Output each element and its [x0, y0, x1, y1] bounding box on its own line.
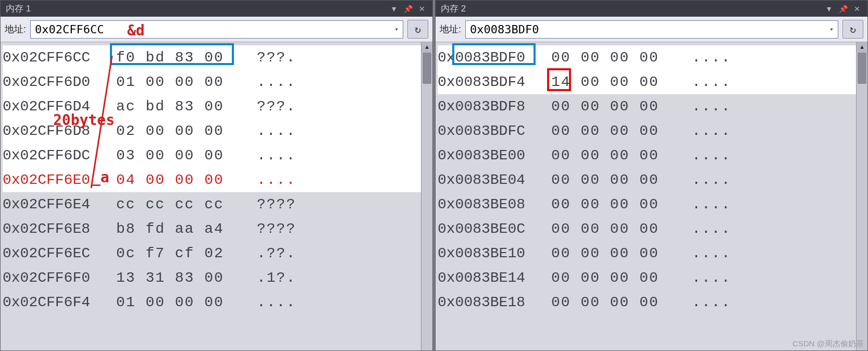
memory-row: 0x0083BE0800 00 00 00....: [438, 192, 856, 217]
addr-cell: 0x02CFF6CC: [3, 45, 107, 70]
memory-row: 0x0083BDFC00 00 00 00....: [438, 119, 856, 143]
ascii-cell: ????: [242, 192, 296, 217]
address-input[interactable]: [466, 21, 825, 38]
address-input-wrap: ▾: [30, 20, 403, 39]
address-bar: 地址: ▾ ↻: [436, 17, 867, 42]
memory-row: 0x0083BDF414 00 00 00....: [438, 70, 856, 94]
addr-cell: 0x0083BE08: [438, 192, 542, 217]
memory-panel-1: 内存 1 ▼ 📌 ✕ 地址: ▾ ↻ 0x02CFF6CCf0 bd 83 00…: [0, 0, 433, 351]
watermark: CSDN @周杰偷奶茶: [792, 339, 864, 349]
hex-cell: 02 00 00 00: [107, 119, 242, 143]
memory-row: 0x0083BE0C00 00 00 00....: [438, 217, 856, 241]
panel-title: 内存 2: [441, 3, 466, 15]
hex-cell: 03 00 00 00: [107, 143, 242, 168]
ascii-cell: ????: [242, 217, 296, 241]
memory-content: 0x02CFF6CCf0 bd 83 00???.0x02CFF6D001 00…: [1, 42, 421, 350]
hex-cell: 00 00 00 00: [542, 217, 677, 241]
hex-cell: 00 00 00 00: [542, 290, 677, 315]
ascii-cell: ....: [242, 168, 296, 192]
dropdown-icon[interactable]: ▼: [823, 5, 835, 13]
addr-cell: 0x0083BDFC: [438, 119, 542, 143]
close-icon[interactable]: ✕: [417, 5, 427, 13]
memory-row: 0x0083BE0000 00 00 00....: [438, 143, 856, 168]
hex-cell: cc cc cc cc: [107, 192, 242, 217]
hex-cell: f0 bd 83 00: [107, 45, 242, 70]
memory-row: 0x02CFF6F013 31 83 00.1?.: [3, 266, 421, 290]
ascii-cell: ....: [677, 192, 731, 217]
scrollbar[interactable]: ▲: [856, 42, 867, 350]
ascii-cell: .??.: [242, 241, 296, 266]
pin-icon[interactable]: 📌: [402, 5, 415, 13]
hex-cell: 00 00 00 00: [542, 266, 677, 290]
memory-row: 0x02CFF6DC03 00 00 00....: [3, 143, 421, 168]
hex-cell: 0c f7 cf 02: [107, 241, 242, 266]
ascii-cell: ....: [677, 290, 731, 315]
address-label: 地址:: [440, 23, 461, 35]
scrollbar[interactable]: ▲: [421, 42, 432, 350]
memory-row: 0x02CFF6E004 00 00 00....: [3, 168, 421, 192]
ascii-cell: ....: [242, 143, 296, 168]
addr-cell: 0x0083BE14: [438, 266, 542, 290]
ascii-cell: ....: [677, 143, 731, 168]
ascii-cell: .1?.: [242, 266, 296, 290]
refresh-button[interactable]: ↻: [842, 20, 863, 39]
titlebar: 内存 2 ▼ 📌 ✕: [436, 1, 867, 17]
address-label: 地址:: [5, 23, 26, 35]
ascii-cell: ....: [677, 217, 731, 241]
pin-icon[interactable]: 📌: [837, 5, 850, 13]
titlebar: 内存 1 ▼ 📌 ✕: [1, 1, 432, 17]
addr-cell: 0x02CFF6E0: [3, 168, 107, 192]
address-dropdown-icon[interactable]: ▾: [825, 26, 838, 33]
hex-cell: 00 00 00 00: [542, 192, 677, 217]
hex-cell: 00 00 00 00: [542, 241, 677, 266]
ascii-cell: ....: [242, 70, 296, 94]
ascii-cell: ....: [677, 241, 731, 266]
memory-row: 0x02CFF6CCf0 bd 83 00???.: [3, 45, 421, 70]
address-dropdown-icon[interactable]: ▾: [390, 26, 403, 33]
address-input-wrap: ▾: [465, 20, 838, 39]
scroll-thumb[interactable]: [858, 53, 866, 84]
address-input[interactable]: [31, 21, 390, 38]
addr-cell: 0x0083BDF0: [438, 45, 542, 70]
refresh-button[interactable]: ↻: [407, 20, 428, 39]
memory-row: 0x02CFF6D001 00 00 00....: [3, 70, 421, 94]
ascii-cell: ???.: [242, 94, 296, 119]
ascii-cell: ....: [242, 290, 296, 315]
hex-cell: 00 00 00 00: [542, 45, 677, 70]
addr-cell: 0x0083BE04: [438, 168, 542, 192]
memory-content: 0x0083BDF000 00 00 00....0x0083BDF414 00…: [436, 42, 856, 350]
hex-cell: ac bd 83 00: [107, 94, 242, 119]
addr-cell: 0x0083BE10: [438, 241, 542, 266]
addr-cell: 0x02CFF6EC: [3, 241, 107, 266]
memory-row: 0x02CFF6D802 00 00 00....: [3, 119, 421, 143]
scroll-up-icon[interactable]: ▲: [421, 42, 432, 53]
scroll-up-icon[interactable]: ▲: [857, 42, 867, 53]
hex-cell: 01 00 00 00: [107, 70, 242, 94]
hex-cell: 01 00 00 00: [107, 290, 242, 315]
memory-row: 0x0083BE1800 00 00 00....: [438, 290, 856, 315]
addr-cell: 0x0083BE00: [438, 143, 542, 168]
addr-cell: 0x02CFF6E4: [3, 192, 107, 217]
ascii-cell: ???.: [242, 45, 296, 70]
address-bar: 地址: ▾ ↻: [1, 17, 432, 42]
ascii-cell: ....: [677, 168, 731, 192]
hex-cell: 13 31 83 00: [107, 266, 242, 290]
ascii-cell: ....: [677, 94, 731, 119]
memory-row: 0x0083BDF800 00 00 00....: [438, 94, 856, 119]
hex-cell: 00 00 00 00: [542, 94, 677, 119]
hex-cell: b8 fd aa a4: [107, 217, 242, 241]
ascii-cell: ....: [242, 119, 296, 143]
titlebar-controls: ▼ 📌 ✕: [388, 5, 427, 13]
addr-cell: 0x02CFF6D4: [3, 94, 107, 119]
memory-row: 0x02CFF6E8b8 fd aa a4????: [3, 217, 421, 241]
hex-cell: 04 00 00 00: [107, 168, 242, 192]
ascii-cell: ....: [677, 266, 731, 290]
memory-body: 0x02CFF6CCf0 bd 83 00???.0x02CFF6D001 00…: [1, 42, 432, 350]
addr-cell: 0x02CFF6F4: [3, 290, 107, 315]
scroll-thumb[interactable]: [423, 53, 431, 84]
dropdown-icon[interactable]: ▼: [388, 5, 400, 13]
hex-cell: 14 00 00 00: [542, 70, 677, 94]
memory-body: 0x0083BDF000 00 00 00....0x0083BDF414 00…: [436, 42, 867, 350]
close-icon[interactable]: ✕: [852, 5, 862, 13]
memory-panel-2: 内存 2 ▼ 📌 ✕ 地址: ▾ ↻ 0x0083BDF000 00 00 00…: [435, 0, 868, 351]
